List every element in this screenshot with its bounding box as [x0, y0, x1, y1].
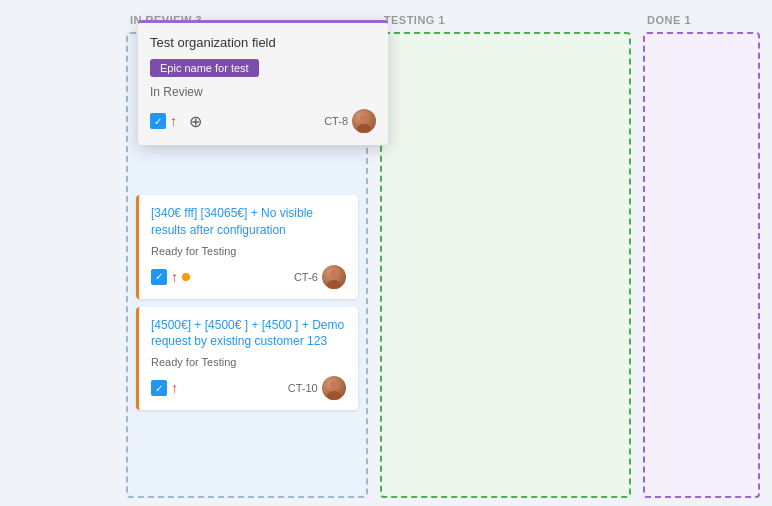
- card-ct10-id-avatar: CT-10: [288, 376, 346, 400]
- avatar-face-icon-ct6: [322, 265, 346, 289]
- popup-avatar: [352, 109, 376, 133]
- popup-card[interactable]: Test organization field Epic name for te…: [138, 20, 388, 145]
- column-in-review: IN REVIEW 3 Test organization field Epic…: [122, 14, 372, 498]
- column-testing: TESTING 1: [376, 14, 635, 498]
- card-ct6-footer-left: ✓ ↑: [151, 269, 190, 285]
- move-cursor-icon: ⊕: [189, 112, 202, 131]
- popup-checkbox[interactable]: ✓: [150, 113, 166, 129]
- svg-point-0: [360, 114, 368, 122]
- svg-point-2: [330, 270, 338, 278]
- svg-point-4: [330, 381, 338, 389]
- card-ct10-id: CT-10: [288, 382, 318, 394]
- card-ct6-priority: ↑: [171, 269, 178, 285]
- card-ct10-title: [4500€] + [4500€ ] + [4500 ] + Demo requ…: [151, 317, 346, 351]
- column-header-testing: TESTING 1: [376, 14, 635, 32]
- popup-title: Test organization field: [150, 35, 376, 50]
- popup-priority-icon: ↑: [170, 113, 177, 129]
- svg-point-1: [357, 124, 371, 133]
- avatar-face-icon-ct10: [322, 376, 346, 400]
- card-ct6-status: Ready for Testing: [151, 245, 346, 257]
- cards-testing: [380, 32, 631, 498]
- popup-status: In Review: [150, 85, 376, 99]
- column-header-done: DONE 1: [639, 14, 764, 32]
- popup-card-id-avatar: CT-8: [324, 109, 376, 133]
- card-ct6[interactable]: [340€ fff] [34065€] + No visible results…: [136, 195, 358, 299]
- card-ct6-id: CT-6: [294, 271, 318, 283]
- card-ct6-checkbox[interactable]: ✓: [151, 269, 167, 285]
- column-done: DONE 1: [639, 14, 764, 498]
- cards-in-review: Test organization field Epic name for te…: [126, 32, 368, 498]
- left-spacer: [8, 14, 118, 498]
- card-ct10[interactable]: [4500€] + [4500€ ] + [4500 ] + Demo requ…: [136, 307, 358, 411]
- popup-footer-left: ✓ ↑ ⊕: [150, 112, 202, 131]
- card-ct10-avatar: [322, 376, 346, 400]
- avatar-face-icon: [352, 109, 376, 133]
- card-ct6-avatar: [322, 265, 346, 289]
- card-ct10-status: Ready for Testing: [151, 356, 346, 368]
- cards-done: [643, 32, 760, 498]
- card-ct10-footer-left: ✓ ↑: [151, 380, 178, 396]
- svg-point-3: [327, 280, 341, 289]
- svg-point-5: [327, 391, 341, 400]
- card-ct6-dot: [182, 273, 190, 281]
- popup-footer: ✓ ↑ ⊕ CT-8: [150, 109, 376, 133]
- card-ct6-title: [340€ fff] [34065€] + No visible results…: [151, 205, 346, 239]
- card-ct10-checkbox[interactable]: ✓: [151, 380, 167, 396]
- card-ct6-id-avatar: CT-6: [294, 265, 346, 289]
- epic-badge: Epic name for test: [150, 59, 259, 77]
- popup-card-id: CT-8: [324, 115, 348, 127]
- kanban-board: IN REVIEW 3 Test organization field Epic…: [0, 0, 772, 506]
- card-ct10-priority: ↑: [171, 380, 178, 396]
- card-ct10-footer: ✓ ↑ CT-10: [151, 376, 346, 400]
- card-ct6-footer: ✓ ↑ CT-6: [151, 265, 346, 289]
